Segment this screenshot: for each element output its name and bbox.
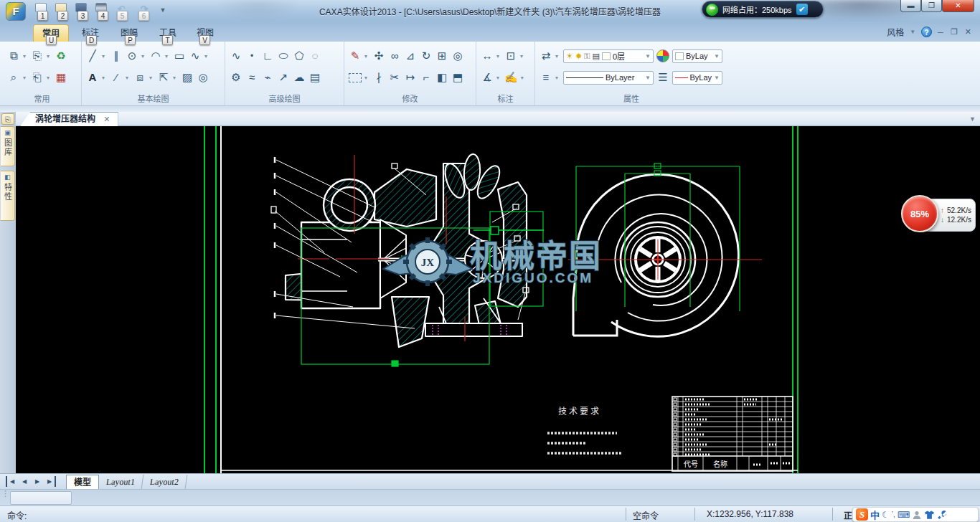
palette-hand-icon[interactable]: ▦: [55, 70, 67, 85]
chevron-down-icon[interactable]: ▼: [969, 115, 976, 123]
rectangle-tool-icon[interactable]: ▭: [173, 49, 186, 63]
point-tool-icon[interactable]: •: [245, 49, 258, 63]
ellipse-tool-icon[interactable]: ⬭: [277, 49, 290, 63]
insert-block-icon[interactable]: ⎗: [31, 70, 44, 85]
drag-handle-icon[interactable]: ⋮: [1, 491, 9, 495]
paste-tool-icon[interactable]: ⎘: [31, 49, 44, 63]
check-icon[interactable]: ✔: [796, 4, 808, 15]
skin-icon[interactable]: [924, 510, 935, 520]
document-tab[interactable]: 涡轮增压器结构 ✕: [20, 112, 118, 126]
cloud-tool-icon[interactable]: ☁: [293, 70, 306, 85]
zigzag-tool-icon[interactable]: ⌁: [261, 70, 274, 85]
doc-restore-button[interactable]: ❐: [951, 27, 959, 37]
line-tool-icon[interactable]: ╱: [86, 49, 99, 63]
match-properties-icon[interactable]: ⇄: [540, 49, 552, 63]
refresh-tool-icon[interactable]: ♻: [55, 49, 67, 63]
offset-tool-icon[interactable]: ◎: [451, 49, 464, 63]
close-icon[interactable]: ✕: [103, 115, 110, 123]
edit-dimension-icon[interactable]: ✍: [504, 70, 518, 85]
first-layout-button[interactable]: ◀: [6, 476, 17, 487]
ime-language-icon[interactable]: 中: [870, 508, 880, 521]
moon-icon[interactable]: ☾: [882, 510, 890, 520]
polyline-tool-icon[interactable]: ∿: [189, 49, 202, 63]
linecolor-sample: [675, 77, 688, 78]
lineweight-icon[interactable]: ≡: [540, 70, 552, 85]
download-progress-widget[interactable]: ↑ 52.2K/s ↓ 12.2K/s 85%: [901, 195, 976, 235]
doc-minimize-button[interactable]: ─: [938, 28, 945, 37]
close-button[interactable]: ✕: [942, 0, 974, 12]
punctuation-icon[interactable]: ’,: [892, 511, 895, 518]
arc-tool-icon[interactable]: ◠: [149, 49, 162, 63]
move-tool-icon[interactable]: ✣: [372, 49, 385, 63]
arrow-tool-icon[interactable]: ↗: [277, 70, 290, 85]
wave-tool-icon[interactable]: ≈: [245, 70, 258, 85]
linetype-list-icon[interactable]: ☰: [656, 70, 669, 85]
circle-tool-icon[interactable]: ⊙: [126, 49, 138, 63]
layer-combobox[interactable]: ☀ ✸ ⚿ ▤ 0层 ▼: [563, 49, 654, 63]
frame-tool-icon[interactable]: ⇱: [157, 70, 170, 85]
solid-edit-icon[interactable]: ◧: [435, 70, 448, 85]
angle-dimension-icon[interactable]: ∡: [481, 70, 494, 85]
shaft-tool-icon[interactable]: ▤: [308, 70, 321, 85]
axis-tool-icon[interactable]: ∟: [261, 49, 274, 63]
doc-close-button[interactable]: ✕: [965, 27, 973, 37]
sogou-logo-icon[interactable]: S: [856, 508, 868, 521]
keytip-5: 5: [117, 11, 128, 21]
prev-layout-button[interactable]: ◀: [19, 476, 30, 487]
group-basic-draw: ╱▾ ∥ ⊙▾ ◠▾ ▭ ∿▾ A▾ ⁄▾ ⧈▾ ⇱▾ ▨ ◎ 基本绘图: [82, 42, 225, 105]
sidebar-tab-library[interactable]: ▣ 图库: [1, 126, 15, 166]
spline-tool-icon[interactable]: ∿: [230, 49, 242, 63]
last-layout-button[interactable]: ▶: [44, 476, 56, 487]
erase-tool-icon[interactable]: ✎: [349, 49, 362, 63]
coord-dimension-icon[interactable]: ⊡: [504, 49, 517, 63]
gear-tool-icon[interactable]: ⚙: [230, 70, 242, 85]
chevron-down-icon[interactable]: ▼: [910, 29, 915, 35]
zoom-tool-icon[interactable]: ⌕: [7, 70, 20, 85]
rotate-tool-icon[interactable]: ↻: [420, 49, 433, 63]
centerline-tool-icon[interactable]: ⁄: [110, 70, 123, 85]
layout-tab-layout1[interactable]: Layout1: [98, 475, 144, 489]
linetype-combobox[interactable]: ByLayer ▼: [563, 71, 654, 85]
copy-object-icon[interactable]: ∞: [388, 49, 401, 63]
group-dimension: ↔▾ ⊡▾ ∡▾ ✍▾ 标注: [476, 42, 535, 105]
color-combobox[interactable]: ByLay ▼: [672, 49, 722, 63]
polygon-tool-icon[interactable]: ⬠: [293, 49, 306, 63]
style-menu-button[interactable]: 风格: [887, 26, 904, 38]
extend-tool-icon[interactable]: ↦: [404, 70, 417, 85]
command-bar: ⋮: [0, 489, 980, 506]
help-icon[interactable]: ?: [921, 27, 932, 37]
parallel-tool-icon[interactable]: ∥: [110, 49, 123, 63]
region-tool-icon[interactable]: ◎: [197, 70, 209, 85]
command-input[interactable]: [10, 491, 72, 505]
mirror-tool-icon[interactable]: ⊿: [404, 49, 417, 63]
trim-tool-icon[interactable]: ✂: [388, 70, 401, 85]
color-wheel-icon[interactable]: [656, 49, 669, 62]
wrench-icon[interactable]: [937, 510, 947, 520]
block-tool-icon[interactable]: ⧈: [133, 70, 146, 85]
corner-tool-icon[interactable]: ⌐: [420, 70, 433, 85]
sheet-icon[interactable]: ⎘: [1, 113, 14, 125]
layout-tab-layout2[interactable]: Layout2: [142, 475, 188, 489]
ime-toolbar[interactable]: S 中 ☾ ’, ⌨: [852, 507, 979, 522]
sidebar-tab-properties[interactable]: ◧ 特性: [1, 171, 15, 221]
dimension-tool-icon[interactable]: ↔: [481, 49, 494, 63]
progress-percent-badge[interactable]: 85%: [901, 195, 938, 232]
maximize-button[interactable]: ❐: [921, 0, 942, 12]
network-monitor-widget[interactable]: 网络占用：250kbps ✔: [702, 1, 824, 18]
hatch-tool-icon[interactable]: ▨: [181, 70, 194, 85]
array-tool-icon[interactable]: ⊞: [435, 49, 448, 63]
copy-tool-icon[interactable]: ⧉: [7, 49, 20, 63]
break-tool-icon[interactable]: ∤: [372, 70, 385, 85]
user-icon[interactable]: [912, 510, 922, 520]
drawing-canvas[interactable]: JX 机械帝国 JXDIGUO.COM 技术要求: [16, 126, 980, 473]
ring-tool-icon[interactable]: ◌: [308, 49, 321, 63]
minimize-button[interactable]: ▬: [900, 0, 921, 12]
next-layout-button[interactable]: ▶: [32, 476, 43, 487]
keyboard-icon[interactable]: ⌨: [897, 510, 910, 520]
linecolor-combobox[interactable]: ByLay ▼: [672, 71, 722, 85]
select-rect-icon[interactable]: [349, 73, 362, 82]
layout-tab-model[interactable]: 模型: [66, 475, 99, 489]
stretch-tool-icon[interactable]: ⬒: [451, 70, 464, 85]
group-label: 高级绘图: [225, 92, 344, 104]
text-tool-icon[interactable]: A: [86, 70, 99, 85]
